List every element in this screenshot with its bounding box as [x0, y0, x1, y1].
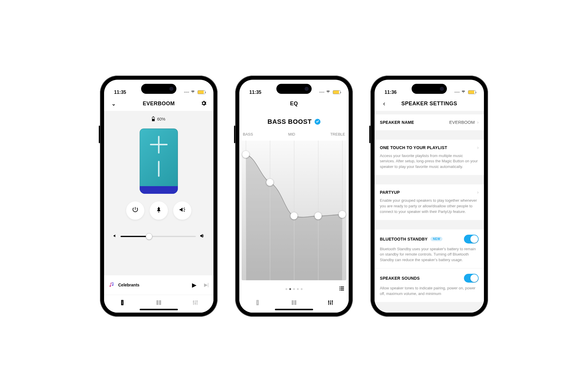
svg-rect-11 [292, 300, 294, 305]
check-icon [316, 119, 319, 124]
chevron-right-icon: › [477, 120, 479, 125]
music-app-icon [109, 281, 115, 288]
eq-slider-1[interactable] [242, 151, 249, 158]
magic-button[interactable] [150, 201, 168, 220]
svg-point-14 [330, 303, 331, 304]
chevron-right-icon: › [477, 145, 479, 150]
eq-slider-5[interactable] [339, 211, 346, 218]
outdoor-mode-button[interactable] [173, 201, 191, 220]
play-button[interactable]: ▶ [192, 281, 196, 288]
tab-speaker[interactable] [119, 299, 126, 307]
cell-one-touch-playlist[interactable]: ONE TOUCH TO YOUR PLAYLIST › Access your… [375, 140, 484, 175]
svg-rect-4 [159, 300, 161, 305]
speaker-battery-icon [152, 117, 155, 121]
chevron-right-icon: › [477, 190, 479, 195]
preset-list-button[interactable] [339, 286, 345, 292]
speaker-sounds-desc: Allow speaker tones to indicate pairing,… [380, 286, 479, 297]
bt-standby-desc: Bluetooth Standby uses your speaker's ba… [380, 246, 479, 263]
svg-rect-3 [156, 300, 158, 305]
svg-rect-10 [257, 302, 258, 304]
nav-header: EQ [239, 97, 349, 111]
cell-speaker-sounds: SPEAKER SOUNDS Allow speaker tones to in… [375, 268, 484, 302]
eq-slider-3[interactable] [290, 212, 298, 219]
cellular-dots-icon: •••• [455, 91, 460, 94]
eq-graph [242, 141, 346, 280]
svg-rect-1 [122, 301, 123, 301]
next-icon: ▶| [204, 282, 209, 287]
bt-standby-label: BLUETOOTH STANDBY [380, 237, 427, 241]
dynamic-island [276, 84, 312, 94]
svg-point-6 [195, 303, 196, 304]
wifi-icon [462, 90, 466, 95]
chevron-left-icon: ‹ [383, 100, 385, 108]
svg-point-7 [196, 301, 198, 302]
gear-icon [201, 100, 207, 108]
partyup-label: PARTYUP [380, 190, 400, 195]
chevron-down-icon: ⌄ [111, 101, 116, 107]
dynamic-island [412, 84, 447, 94]
one-touch-label: ONE TOUCH TO YOUR PLAYLIST [380, 145, 447, 150]
cell-partyup[interactable]: PARTYUP › Enable your grouped speakers t… [375, 184, 484, 220]
battery-icon [468, 90, 476, 94]
one-touch-desc: Access your favorite playlists from mult… [380, 153, 479, 170]
svg-point-13 [328, 301, 329, 302]
status-time: 11:35 [114, 90, 126, 95]
tab-eq[interactable] [192, 299, 199, 307]
tree-icon [155, 206, 162, 215]
next-button[interactable]: ▶| [204, 282, 209, 288]
tab-eq[interactable] [327, 299, 334, 307]
dynamic-island [141, 84, 176, 94]
speaker-sounds-label: SPEAKER SOUNDS [380, 276, 420, 281]
eq-band-bass-label: BASS [243, 132, 253, 136]
power-icon [132, 206, 139, 215]
tab-speaker[interactable] [254, 299, 261, 307]
page-title: EVERBOOM [143, 101, 175, 107]
collapse-button[interactable]: ⌄ [109, 101, 118, 107]
page-indicator[interactable] [285, 288, 303, 290]
page-title: EQ [290, 101, 298, 107]
cell-speaker-name[interactable]: SPEAKER NAME EVERBOOM › [375, 114, 484, 130]
tab-partyup[interactable] [155, 299, 162, 307]
speaker-name-value: EVERBOOM [449, 120, 475, 125]
svg-rect-9 [257, 301, 258, 301]
now-playing-bar[interactable]: Celebrants ▶ ▶| [104, 275, 213, 295]
volume-slider[interactable] [121, 236, 196, 237]
svg-point-15 [332, 301, 333, 302]
now-playing-title: Celebrants [118, 283, 188, 287]
status-time: 11:35 [249, 90, 261, 95]
cellular-dots-icon: •••• [319, 91, 325, 94]
wifi-icon [191, 90, 196, 95]
list-icon [339, 287, 345, 292]
nav-header: ‹ SPEAKER SETTINGS [375, 97, 484, 111]
bt-standby-toggle[interactable] [464, 235, 479, 243]
speaker-battery-pct: 60% [157, 117, 165, 121]
home-indicator [140, 309, 178, 310]
svg-rect-2 [122, 302, 122, 304]
cellular-dots-icon: •••• [184, 91, 189, 94]
tab-partyup[interactable] [290, 299, 298, 307]
eq-slider-2[interactable] [266, 179, 273, 186]
eq-preset-name: BASS BOOST [268, 118, 312, 126]
battery-icon [198, 90, 205, 94]
wifi-icon [326, 90, 331, 95]
status-time: 11:36 [385, 90, 397, 95]
settings-button[interactable] [199, 100, 208, 108]
speaker-sounds-toggle[interactable] [464, 274, 479, 283]
page-title: SPEAKER SETTINGS [401, 101, 457, 107]
speaker-name-label: SPEAKER NAME [380, 120, 414, 125]
cell-bluetooth-standby: BLUETOOTH STANDBY NEW Bluetooth Standby … [375, 229, 484, 268]
eq-slider-4[interactable] [315, 212, 322, 219]
eq-band-treble-label: TREBLE [330, 132, 345, 136]
power-button[interactable] [126, 201, 144, 220]
new-badge: NEW [430, 237, 442, 241]
back-button[interactable]: ‹ [380, 100, 389, 108]
megaphone-icon [179, 206, 186, 215]
speaker-image[interactable] [140, 129, 178, 194]
svg-point-5 [193, 301, 194, 302]
svg-rect-12 [294, 300, 296, 305]
preset-active-badge [315, 119, 320, 125]
battery-icon [333, 90, 340, 94]
volume-low-icon [113, 234, 117, 239]
volume-high-icon [199, 233, 205, 240]
partyup-desc: Enable your grouped speakers to play tog… [380, 198, 479, 215]
